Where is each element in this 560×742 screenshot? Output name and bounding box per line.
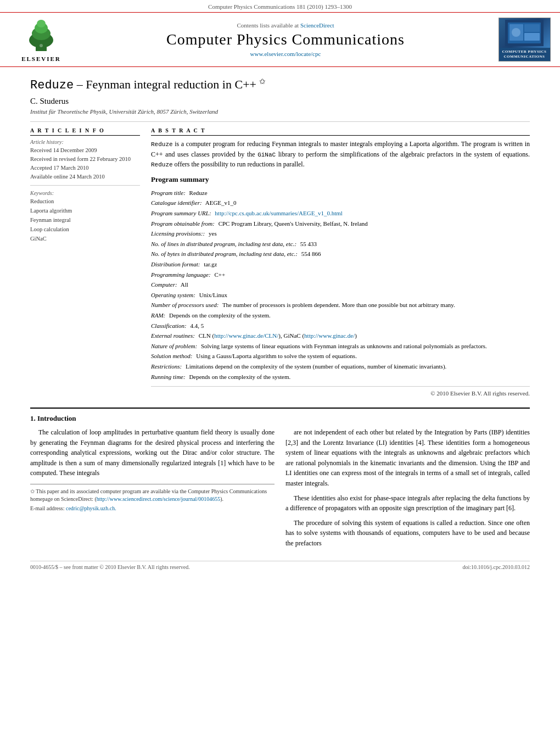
prog-row-6: No. of bytes in distributed program, inc… bbox=[151, 249, 530, 259]
author-name: C. Studerus bbox=[30, 97, 530, 106]
prog-row-18: Running time: Depends on the complexity … bbox=[151, 372, 530, 382]
author-affiliation: Institut für Theoretische Physik, Univer… bbox=[30, 108, 530, 115]
article-title-dash: – Feynman integral reduction in C++ bbox=[77, 77, 256, 91]
prog-row-14: External routines: CLN (http://www.ginac… bbox=[151, 331, 530, 341]
prog-row-0: Program title: Reduze bbox=[151, 188, 530, 198]
prog-label-0: Program title: bbox=[151, 188, 186, 198]
prog-row-16: Solution method: Using a Gauss/Laporta a… bbox=[151, 352, 530, 361]
prog-value-0: Reduze bbox=[188, 188, 530, 198]
prog-value-2[interactable]: http://cpc.cs.qub.ac.uk/summaries/AEGE_v… bbox=[214, 209, 530, 219]
footnote-0-text: This paper and its associated computer p… bbox=[30, 488, 267, 502]
prog-value-5: 55 433 bbox=[299, 239, 530, 249]
prog-row-5: No. of lines in distributed program, inc… bbox=[151, 239, 530, 249]
prog-row-10: Operating system: Unix/Linux bbox=[151, 291, 530, 300]
prog-row-1: Catalogue identifier: AEGE_v1_0 bbox=[151, 198, 530, 208]
prog-row-9: Computer: All bbox=[151, 280, 530, 290]
prog-value-1: AEGE_v1_0 bbox=[204, 198, 530, 208]
history-item-0: Received 14 December 2009 bbox=[30, 146, 140, 155]
contents-line: Contents lists available at ScienceDirec… bbox=[77, 22, 494, 29]
abstract-label: A B S T R A C T bbox=[151, 127, 530, 136]
cln-link[interactable]: http://www.ginac.de/CLN/ bbox=[214, 332, 278, 339]
section-title: Introduction bbox=[37, 414, 76, 422]
prog-label-11: Number of processors used: bbox=[151, 300, 219, 310]
program-summary-heading: Program summary bbox=[151, 175, 530, 184]
prog-label-8: Programming language: bbox=[151, 270, 211, 280]
copyright-line: © 2010 Elsevier B.V. All rights reserved… bbox=[151, 386, 530, 397]
section-number: 1. bbox=[30, 414, 36, 422]
article-title: Reduze – Feynman integral reduction in C… bbox=[30, 77, 530, 92]
prog-label-7: Distribution format: bbox=[151, 260, 200, 270]
svg-point-5 bbox=[40, 44, 43, 47]
prog-label-12: RAM: bbox=[151, 311, 165, 321]
ginac-link[interactable]: http://www.ginac.de/ bbox=[304, 332, 355, 339]
footnote-star: ✩ bbox=[30, 488, 36, 494]
footnote-area: ✩ This paper and its associated computer… bbox=[30, 484, 275, 512]
keywords-label: Keywords: bbox=[30, 190, 140, 196]
prog-value-7: tar.gz bbox=[203, 260, 530, 270]
intro-para-1: The calculation of loop amplitudes in pe… bbox=[30, 427, 275, 478]
prog-row-2: Program summary URL: http://cpc.cs.qub.a… bbox=[151, 209, 530, 219]
email-link[interactable]: cedric@physik.uzh.ch. bbox=[66, 505, 116, 511]
cpc-logo-container: COMPUTER PHYSICS COMMUNICATIONS bbox=[494, 17, 555, 62]
prog-value-14[interactable]: CLN (http://www.ginac.de/CLN/), GiNaC (h… bbox=[197, 331, 530, 341]
prog-label-6: No. of bytes in distributed program, inc… bbox=[151, 249, 298, 259]
prog-label-1: Catalogue identifier: bbox=[151, 198, 202, 208]
prog-row-7: Distribution format: tar.gz bbox=[151, 260, 530, 270]
prog-label-4: Licensing provisions:: bbox=[151, 229, 205, 239]
prog-row-12: RAM: Depends on the complexity of the sy… bbox=[151, 311, 530, 321]
prog-row-13: Classification: 4.4, 5 bbox=[151, 321, 530, 331]
prog-label-17: Restrictions: bbox=[151, 362, 182, 372]
cpc-logo-text: COMPUTER PHYSICS COMMUNICATIONS bbox=[499, 48, 550, 61]
prog-label-2: Program summary URL: bbox=[151, 209, 211, 219]
journal-header: ELSEVIER Contents lists available at Sci… bbox=[0, 12, 560, 67]
intro-para-4: The procedure of solving this system of … bbox=[285, 518, 530, 549]
prog-url-link[interactable]: http://cpc.cs.qub.ac.uk/summaries/AEGE_v… bbox=[215, 210, 343, 216]
article-content: Reduze – Feynman integral reduction in C… bbox=[0, 67, 560, 570]
footnote-0: ✩ This paper and its associated computer… bbox=[30, 488, 275, 503]
prog-row-3: Program obtainable from: CPC Program Lib… bbox=[151, 219, 530, 229]
prog-value-10: Unix/Linux bbox=[198, 291, 530, 300]
svg-point-4 bbox=[37, 20, 46, 27]
program-info-table: Program title: Reduze Catalogue identifi… bbox=[151, 188, 530, 382]
sciencedirect-link[interactable]: ScienceDirect bbox=[300, 22, 334, 29]
bottom-bar: 0010-4655/$ – see front matter © 2010 El… bbox=[30, 561, 530, 570]
history-item-2: Accepted 17 March 2010 bbox=[30, 164, 140, 172]
svg-point-11 bbox=[512, 28, 520, 37]
abstract-text: Reduze is a computer program for reducin… bbox=[151, 139, 530, 170]
doi-text: doi:10.1016/j.cpc.2010.03.012 bbox=[463, 564, 530, 570]
journal-title: Computer Physics Communications bbox=[77, 31, 494, 48]
elsevier-wordmark: ELSEVIER bbox=[21, 55, 61, 62]
prog-row-15: Nature of problem: Solving large systems… bbox=[151, 342, 530, 352]
reduze-ref2: Reduze bbox=[151, 161, 173, 168]
elsevier-tree-icon bbox=[19, 17, 63, 54]
page-container: Computer Physics Communications 181 (201… bbox=[0, 0, 560, 742]
article-info-label: A R T I C L E I N F O bbox=[30, 127, 140, 136]
prog-value-8: C++ bbox=[213, 270, 530, 280]
prog-label-14: External routines: bbox=[151, 331, 195, 341]
footnote-email-label: E-mail address: bbox=[30, 505, 66, 511]
intro-two-col: The calculation of loop amplitudes in pe… bbox=[30, 427, 530, 553]
intro-right-col: are not independent of each other but re… bbox=[285, 427, 530, 553]
journal-title-area: Contents lists available at ScienceDirec… bbox=[77, 17, 494, 62]
prog-row-17: Restrictions: Limitations depend on the … bbox=[151, 362, 530, 372]
cpc-journal-cover-icon bbox=[505, 20, 544, 46]
footnote-1: E-mail address: cedric@physik.uzh.ch. bbox=[30, 505, 275, 512]
prog-value-18: Depends on the complexity of the system. bbox=[188, 372, 530, 382]
keyword-3: Loop calculation bbox=[30, 225, 140, 235]
elsevier-logo-container: ELSEVIER bbox=[5, 17, 77, 62]
prog-value-6: 554 866 bbox=[300, 249, 530, 259]
prog-value-16: Using a Gauss/Laporta algorithm to solve… bbox=[194, 352, 530, 361]
cpc-homepage-link[interactable]: http://www.sciencedirect.com/science/jou… bbox=[97, 496, 220, 502]
cpc-logo-box: COMPUTER PHYSICS COMMUNICATIONS bbox=[499, 18, 551, 62]
prog-label-10: Operating system: bbox=[151, 291, 195, 300]
article-star: ✩ bbox=[259, 77, 266, 86]
journal-url[interactable]: www.elsevier.com/locate/cpc bbox=[77, 51, 494, 57]
prog-row-8: Programming language: C++ bbox=[151, 270, 530, 280]
keyword-2: Feynman integral bbox=[30, 216, 140, 225]
citation-bar: Computer Physics Communications 181 (201… bbox=[0, 0, 560, 12]
article-history-group: Article history: Received 14 December 20… bbox=[30, 139, 140, 186]
prog-label-18: Running time: bbox=[151, 372, 186, 382]
prog-value-4: yes bbox=[207, 229, 530, 239]
prog-value-3: CPC Program Library, Queen's University,… bbox=[217, 219, 530, 229]
prog-label-13: Classification: bbox=[151, 321, 187, 331]
